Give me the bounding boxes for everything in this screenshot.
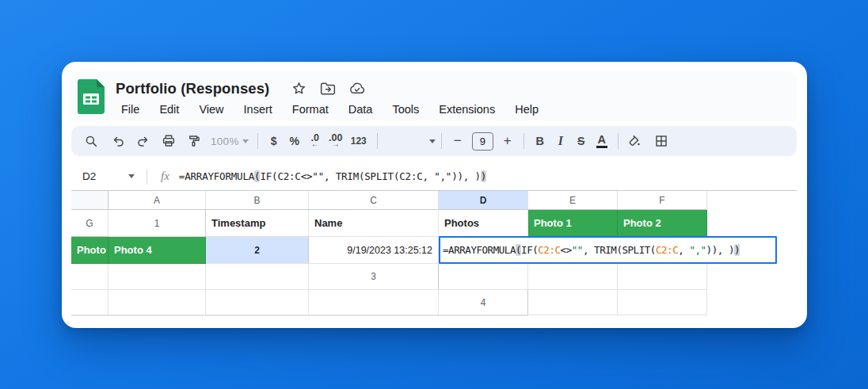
formula-bar-divider: [147, 169, 147, 185]
menu-format[interactable]: Format: [287, 102, 334, 116]
menu-bar: File Edit View Insert Format Data Tools …: [116, 102, 544, 116]
chevron-down-icon: [128, 174, 135, 178]
sheets-window: Portfolio (Responses): [62, 62, 807, 328]
menu-help[interactable]: Help: [509, 102, 544, 116]
text-color-button[interactable]: A: [592, 131, 612, 151]
increase-decimal-button[interactable]: .00→: [326, 131, 346, 151]
format-percent-button[interactable]: %: [284, 131, 305, 151]
search-icon[interactable]: [81, 131, 101, 151]
toolbar-divider: [441, 133, 442, 149]
app-header: Portfolio (Responses): [71, 71, 797, 120]
menu-view[interactable]: View: [193, 102, 229, 116]
cell-e3[interactable]: [108, 290, 206, 315]
cell-c3[interactable]: [618, 264, 707, 290]
document-title[interactable]: Portfolio (Responses): [116, 80, 269, 97]
italic-button[interactable]: I: [550, 131, 571, 151]
column-header-f[interactable]: F: [618, 191, 707, 210]
select-all-corner[interactable]: [71, 191, 108, 210]
zoom-value: 100%: [211, 135, 239, 147]
cell-a2[interactable]: 9/19/2023 13:25:12: [309, 237, 439, 264]
cell-a1[interactable]: Timestamp: [206, 210, 309, 237]
row-header-3[interactable]: 3: [309, 264, 439, 290]
zoom-selector[interactable]: 100%: [211, 135, 249, 147]
formula-bar: D2 fx =ARRAYFORMULA(IF(C2:C<>"", TRIM(SP…: [71, 163, 797, 189]
formula-input[interactable]: =ARRAYFORMULA(IF(C2:C<>"", TRIM(SPLIT(C2…: [179, 170, 486, 182]
cell-b3[interactable]: [528, 264, 618, 290]
toolbar-divider: [523, 133, 524, 149]
fill-color-icon[interactable]: [624, 131, 645, 151]
cell-e4[interactable]: [206, 315, 309, 316]
cell-formula-text: =ARRAYFORMULA(IF(C2:C<>"", TRIM(SPLIT(C2…: [443, 244, 740, 256]
cell-b1[interactable]: Name: [309, 210, 439, 237]
toolbar-divider: [377, 133, 378, 149]
menu-tools[interactable]: Tools: [386, 102, 424, 116]
cell-e1[interactable]: Photo 2: [618, 210, 707, 237]
cell-d1[interactable]: Photo 1: [528, 210, 618, 237]
menu-data[interactable]: Data: [343, 102, 379, 116]
star-icon[interactable]: [291, 81, 306, 97]
column-header-d[interactable]: D: [439, 191, 528, 210]
redo-icon[interactable]: [133, 131, 154, 151]
decrease-decimal-button[interactable]: .0←: [305, 131, 326, 151]
cell-a4[interactable]: [528, 290, 618, 315]
spreadsheet-grid: A B C D E F G 1 Timestamp Name Photos Ph…: [71, 190, 797, 316]
format-currency-button[interactable]: $: [264, 131, 284, 151]
undo-icon[interactable]: [108, 131, 128, 151]
more-formats-button[interactable]: 123: [346, 131, 371, 151]
column-header-c[interactable]: C: [309, 191, 439, 210]
print-icon[interactable]: [158, 131, 179, 151]
bold-button[interactable]: B: [530, 131, 550, 151]
strikethrough-button[interactable]: S: [571, 131, 592, 151]
cell-g3[interactable]: [309, 290, 439, 315]
column-header-e[interactable]: E: [528, 191, 618, 210]
borders-icon[interactable]: [651, 131, 672, 151]
cell-c1[interactable]: Photos: [439, 210, 528, 237]
active-cell-reference: D2: [82, 170, 96, 182]
cell-e2[interactable]: [71, 264, 108, 290]
column-header-g[interactable]: G: [71, 210, 108, 237]
cell-f2[interactable]: [108, 264, 206, 290]
increase-font-size-button[interactable]: +: [497, 131, 518, 151]
row-header-2[interactable]: 2: [206, 237, 309, 264]
toolbar-divider: [618, 133, 619, 149]
column-header-b[interactable]: B: [206, 191, 309, 210]
cell-f1[interactable]: Photo 3: [71, 237, 108, 264]
cell-c4[interactable]: [71, 315, 108, 316]
cell-f3[interactable]: [206, 290, 309, 315]
fx-icon: fx: [161, 170, 169, 183]
cell-g2[interactable]: [206, 264, 309, 290]
move-to-folder-icon[interactable]: [320, 81, 336, 97]
name-box[interactable]: D2: [71, 170, 141, 182]
row-header-4[interactable]: 4: [439, 290, 528, 315]
row-header-1[interactable]: 1: [108, 210, 206, 237]
cell-g4[interactable]: [439, 315, 528, 316]
cell-d3[interactable]: [71, 290, 108, 315]
cell-editor-d2[interactable]: =ARRAYFORMULA(IF(C2:C<>"", TRIM(SPLIT(C2…: [439, 236, 777, 264]
cell-g1[interactable]: Photo 4: [108, 237, 206, 264]
column-header-a[interactable]: A: [108, 191, 206, 210]
menu-insert[interactable]: Insert: [238, 102, 278, 116]
toolbar-divider: [257, 133, 258, 149]
chevron-down-icon[interactable]: [429, 139, 436, 143]
cell-a3[interactable]: [439, 264, 528, 290]
decrease-font-size-button[interactable]: −: [447, 131, 468, 151]
paint-format-icon[interactable]: [184, 131, 204, 151]
cell-d4[interactable]: [108, 315, 206, 316]
toolbar: 100% $ % .0← .00→ 123 − 9 + B I S A: [71, 126, 797, 156]
menu-extensions[interactable]: Extensions: [433, 102, 501, 116]
font-size-input[interactable]: 9: [472, 132, 493, 151]
google-sheets-logo-icon: [78, 79, 105, 114]
cloud-saved-icon[interactable]: [349, 81, 365, 97]
cell-f4[interactable]: [309, 315, 439, 316]
chevron-down-icon: [242, 139, 249, 143]
cell-b4[interactable]: [618, 290, 707, 315]
menu-file[interactable]: File: [116, 102, 145, 116]
menu-edit[interactable]: Edit: [154, 102, 185, 116]
